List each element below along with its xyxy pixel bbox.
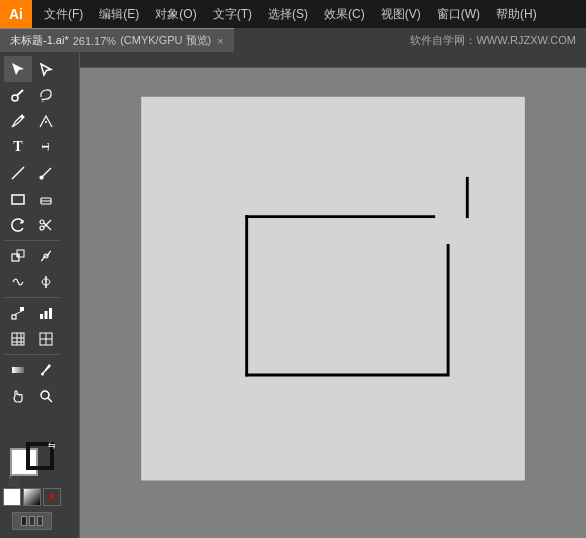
tab-bar: 未标题-1.ai* 261.17% (CMYK/GPU 预览) × 软件自学网：… <box>0 28 586 52</box>
svg-rect-21 <box>45 311 48 319</box>
tool-row-blend <box>0 300 64 326</box>
canvas-svg <box>80 68 586 538</box>
tool-row-line <box>0 160 64 186</box>
eraser-tool[interactable] <box>32 186 60 212</box>
type-tool[interactable]: T <box>4 134 32 160</box>
none-mode-button[interactable]: ✕ <box>43 488 61 506</box>
paintbrush-tool[interactable] <box>32 160 60 186</box>
menu-edit[interactable]: 编辑(E) <box>91 0 147 28</box>
menu-window[interactable]: 窗口(W) <box>429 0 488 28</box>
svg-point-32 <box>41 373 44 376</box>
color-section: ⇆ ⬛ ✕ <box>0 442 64 538</box>
toolbar: T T <box>0 52 64 538</box>
tool-row-scale <box>0 243 64 269</box>
ruler-left <box>64 52 80 538</box>
canvas-area[interactable] <box>64 52 586 538</box>
screen-mode-button[interactable] <box>12 512 52 530</box>
tool-row-mesh <box>0 326 64 352</box>
lasso-tool[interactable] <box>32 82 60 108</box>
menu-select[interactable]: 选择(S) <box>260 0 316 28</box>
tool-separator-2 <box>4 297 60 298</box>
line-tool[interactable] <box>4 160 32 186</box>
tab-zoom: 261.17% <box>73 35 116 47</box>
zoom-tool[interactable] <box>32 383 60 409</box>
menu-file[interactable]: 文件(F) <box>36 0 91 28</box>
svg-point-2 <box>21 116 24 119</box>
tool-row-select <box>0 56 64 82</box>
svg-point-0 <box>12 95 18 101</box>
scissors-tool[interactable] <box>32 212 60 238</box>
svg-rect-23 <box>12 333 24 345</box>
svg-rect-31 <box>12 367 24 373</box>
reshape-tool[interactable] <box>32 243 60 269</box>
svg-line-1 <box>17 90 23 96</box>
menu-help[interactable]: 帮助(H) <box>488 0 545 28</box>
tool-row-lasso <box>0 82 64 108</box>
svg-line-3 <box>12 167 24 179</box>
ad-text: 软件自学网：WWW.RJZXW.COM <box>410 33 586 48</box>
color-mode-button[interactable] <box>3 488 21 506</box>
svg-rect-22 <box>49 308 52 319</box>
blend-tool[interactable] <box>4 300 32 326</box>
tool-row-pen <box>0 108 64 134</box>
screen-mode-box-2 <box>29 516 35 526</box>
hand-tool[interactable] <box>4 383 32 409</box>
add-anchor-tool[interactable] <box>32 108 60 134</box>
warp-tool[interactable] <box>4 269 32 295</box>
tool-row-warp <box>0 269 64 295</box>
title-bar: Ai 文件(F) 编辑(E) 对象(O) 文字(T) 选择(S) 效果(C) 视… <box>0 0 586 28</box>
svg-rect-18 <box>20 307 24 311</box>
swap-colors-icon[interactable]: ⇆ <box>48 440 56 450</box>
slice-tool[interactable] <box>32 326 60 352</box>
menu-view[interactable]: 视图(V) <box>373 0 429 28</box>
magic-wand-tool[interactable] <box>4 82 32 108</box>
tab-mode: (CMYK/GPU 预览) <box>120 33 211 48</box>
tool-separator-1 <box>4 240 60 241</box>
gradient-tool[interactable] <box>4 357 32 383</box>
rect-tool[interactable] <box>4 186 32 212</box>
scale-tool[interactable] <box>4 243 32 269</box>
select-tool[interactable] <box>4 56 32 82</box>
color-mode-row: ✕ <box>3 488 61 506</box>
eyedropper-tool[interactable] <box>32 357 60 383</box>
svg-rect-20 <box>40 314 43 319</box>
active-tab[interactable]: 未标题-1.ai* 261.17% (CMYK/GPU 预览) × <box>0 28 234 52</box>
column-graph-tool[interactable] <box>32 300 60 326</box>
svg-point-4 <box>40 176 43 179</box>
tab-close-button[interactable]: × <box>217 35 223 47</box>
svg-rect-36 <box>141 97 525 481</box>
screen-mode-box-3 <box>37 516 43 526</box>
main-area: T T <box>0 52 586 538</box>
svg-line-34 <box>48 398 52 402</box>
stroke-fill-area[interactable]: ⇆ ⬛ <box>10 442 54 484</box>
tool-row-gradient <box>0 357 64 383</box>
menu-effect[interactable]: 效果(C) <box>316 0 373 28</box>
vertical-type-tool[interactable]: T <box>32 134 60 160</box>
menu-text[interactable]: 文字(T) <box>205 0 260 28</box>
menu-bar: 文件(F) 编辑(E) 对象(O) 文字(T) 选择(S) 效果(C) 视图(V… <box>32 0 586 28</box>
ruler-top <box>64 52 586 68</box>
svg-point-33 <box>41 391 49 399</box>
svg-point-8 <box>40 220 44 224</box>
screen-mode-box-1 <box>21 516 27 526</box>
tool-row-rotate <box>0 212 64 238</box>
tab-title: 未标题-1.ai* <box>10 33 69 48</box>
app-logo: Ai <box>0 0 32 28</box>
pen-tool[interactable] <box>4 108 32 134</box>
svg-rect-17 <box>12 315 16 319</box>
width-tool[interactable] <box>32 269 60 295</box>
tool-row-rect <box>0 186 64 212</box>
mesh-tool[interactable] <box>4 326 32 352</box>
canvas-content[interactable] <box>80 68 586 538</box>
direct-select-tool[interactable] <box>32 56 60 82</box>
rotate-tool[interactable] <box>4 212 32 238</box>
gradient-mode-button[interactable] <box>23 488 41 506</box>
svg-rect-5 <box>12 195 24 204</box>
screen-mode-icon <box>21 516 43 526</box>
tool-row-type: T T <box>0 134 64 160</box>
svg-point-9 <box>40 226 44 230</box>
tool-separator-3 <box>4 354 60 355</box>
tool-row-hand <box>0 383 64 409</box>
reset-colors-icon[interactable]: ⬛ <box>8 476 19 486</box>
menu-object[interactable]: 对象(O) <box>147 0 204 28</box>
